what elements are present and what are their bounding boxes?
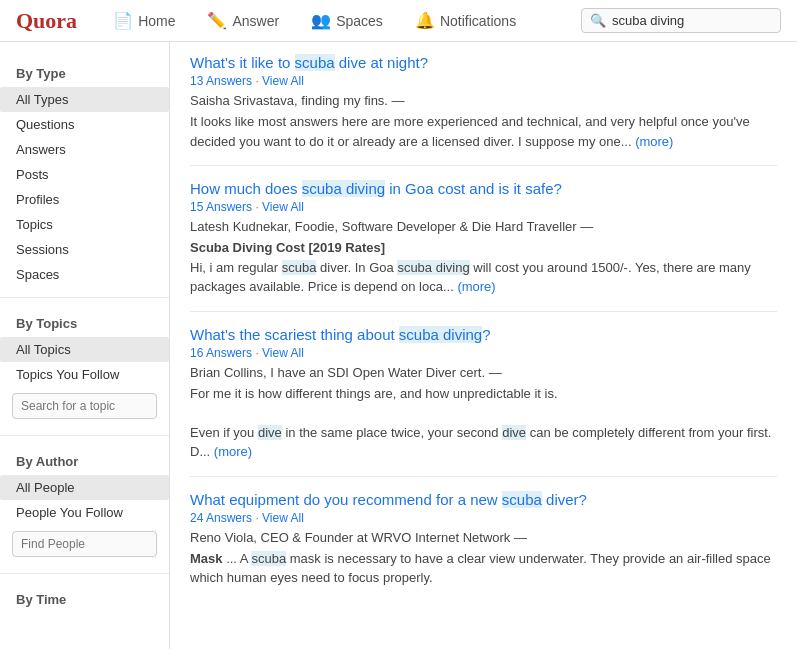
- by-author-title: By Author: [0, 446, 169, 475]
- sidebar-item-spaces[interactable]: Spaces: [0, 262, 169, 287]
- search-icon: 🔍: [590, 13, 606, 28]
- more-link[interactable]: (more): [214, 444, 252, 459]
- home-icon: 📄: [113, 11, 133, 30]
- view-all-link[interactable]: View All: [262, 346, 304, 360]
- sidebar: By Type All Types Questions Answers Post…: [0, 42, 170, 649]
- result-snippet: Mask ... A scuba mask is necessary to ha…: [190, 549, 777, 588]
- by-topics-title: By Topics: [0, 308, 169, 337]
- divider-2: [0, 435, 169, 436]
- result-meta: 13 Answers · View All: [190, 74, 777, 88]
- logo[interactable]: Quora: [16, 8, 77, 34]
- result-answers: 24 Answers: [190, 511, 252, 525]
- result-author: Latesh Kudnekar, Foodie, Software Develo…: [190, 219, 777, 234]
- result-snippet: Scuba Diving Cost [2019 Rates] Hi, i am …: [190, 238, 777, 297]
- by-type-title: By Type: [0, 58, 169, 87]
- sidebar-item-people-you-follow[interactable]: People You Follow: [0, 500, 169, 525]
- result-item: What's it like to scuba dive at night? 1…: [190, 54, 777, 166]
- result-meta: 15 Answers · View All: [190, 200, 777, 214]
- nav-spaces[interactable]: 👥 Spaces: [307, 11, 387, 30]
- divider-1: [0, 297, 169, 298]
- view-all-link[interactable]: View All: [262, 200, 304, 214]
- bell-icon: 🔔: [415, 11, 435, 30]
- search-topic-input[interactable]: [12, 393, 157, 419]
- result-title[interactable]: What's it like to scuba dive at night?: [190, 54, 777, 71]
- find-people-input[interactable]: [12, 531, 157, 557]
- sidebar-item-questions[interactable]: Questions: [0, 112, 169, 137]
- nav-notifications[interactable]: 🔔 Notifications: [411, 11, 520, 30]
- result-author: Saisha Srivastava, finding my fins. —: [190, 93, 777, 108]
- sidebar-item-all-types[interactable]: All Types: [0, 87, 169, 112]
- sidebar-item-all-people[interactable]: All People: [0, 475, 169, 500]
- main-layout: By Type All Types Questions Answers Post…: [0, 42, 797, 649]
- view-all-link[interactable]: View All: [262, 74, 304, 88]
- answer-icon: ✏️: [207, 11, 227, 30]
- nav-home[interactable]: 📄 Home: [109, 11, 179, 30]
- sidebar-item-topics[interactable]: Topics: [0, 212, 169, 237]
- more-link[interactable]: (more): [457, 279, 495, 294]
- result-meta: 24 Answers · View All: [190, 511, 777, 525]
- by-time-title: By Time: [0, 584, 169, 613]
- result-answers: 16 Answers: [190, 346, 252, 360]
- sidebar-item-sessions[interactable]: Sessions: [0, 237, 169, 262]
- sidebar-item-all-topics[interactable]: All Topics: [0, 337, 169, 362]
- result-title[interactable]: How much does scuba diving in Goa cost a…: [190, 180, 777, 197]
- sidebar-item-topics-you-follow[interactable]: Topics You Follow: [0, 362, 169, 387]
- result-item: How much does scuba diving in Goa cost a…: [190, 180, 777, 312]
- result-snippet: It looks like most answers here are more…: [190, 112, 777, 151]
- result-title[interactable]: What's the scariest thing about scuba di…: [190, 326, 777, 343]
- more-link[interactable]: (more): [635, 134, 673, 149]
- result-answers: 15 Answers: [190, 200, 252, 214]
- sidebar-item-profiles[interactable]: Profiles: [0, 187, 169, 212]
- result-item: What equipment do you recommend for a ne…: [190, 491, 777, 602]
- view-all-link[interactable]: View All: [262, 511, 304, 525]
- result-item: What's the scariest thing about scuba di…: [190, 326, 777, 477]
- sidebar-item-posts[interactable]: Posts: [0, 162, 169, 187]
- nav-answer[interactable]: ✏️ Answer: [203, 11, 283, 30]
- header-search-bar[interactable]: 🔍: [581, 8, 781, 33]
- nav-notifications-label: Notifications: [440, 13, 516, 29]
- result-author: Reno Viola, CEO & Founder at WRVO Intern…: [190, 530, 777, 545]
- result-author: Brian Collins, I have an SDI Open Water …: [190, 365, 777, 380]
- spaces-icon: 👥: [311, 11, 331, 30]
- divider-3: [0, 573, 169, 574]
- result-answers: 13 Answers: [190, 74, 252, 88]
- header-search-input[interactable]: [612, 13, 772, 28]
- result-title[interactable]: What equipment do you recommend for a ne…: [190, 491, 777, 508]
- nav-spaces-label: Spaces: [336, 13, 383, 29]
- result-snippet: For me it is how different things are, a…: [190, 384, 777, 462]
- nav-home-label: Home: [138, 13, 175, 29]
- nav-answer-label: Answer: [232, 13, 279, 29]
- result-meta: 16 Answers · View All: [190, 346, 777, 360]
- search-results: What's it like to scuba dive at night? 1…: [170, 42, 797, 649]
- main-header: Quora 📄 Home ✏️ Answer 👥 Spaces 🔔 Notifi…: [0, 0, 797, 42]
- sidebar-item-answers[interactable]: Answers: [0, 137, 169, 162]
